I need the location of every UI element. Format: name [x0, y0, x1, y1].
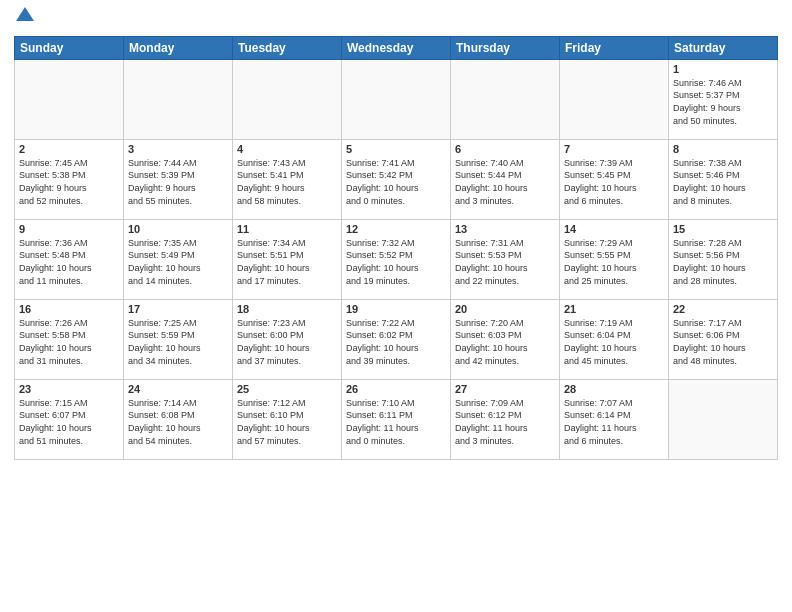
weekday-header-tuesday: Tuesday: [233, 36, 342, 59]
day-info: Sunrise: 7:28 AM Sunset: 5:56 PM Dayligh…: [673, 237, 773, 287]
day-cell: 2Sunrise: 7:45 AM Sunset: 5:38 PM Daylig…: [15, 139, 124, 219]
day-number: 18: [237, 303, 337, 315]
week-row-0: 1Sunrise: 7:46 AM Sunset: 5:37 PM Daylig…: [15, 59, 778, 139]
day-cell: 5Sunrise: 7:41 AM Sunset: 5:42 PM Daylig…: [342, 139, 451, 219]
page: SundayMondayTuesdayWednesdayThursdayFrid…: [0, 0, 792, 612]
day-number: 25: [237, 383, 337, 395]
day-cell: 22Sunrise: 7:17 AM Sunset: 6:06 PM Dayli…: [669, 299, 778, 379]
day-number: 8: [673, 143, 773, 155]
day-cell: 1Sunrise: 7:46 AM Sunset: 5:37 PM Daylig…: [669, 59, 778, 139]
day-number: 11: [237, 223, 337, 235]
day-info: Sunrise: 7:44 AM Sunset: 5:39 PM Dayligh…: [128, 157, 228, 207]
day-cell: 14Sunrise: 7:29 AM Sunset: 5:55 PM Dayli…: [560, 219, 669, 299]
weekday-header-saturday: Saturday: [669, 36, 778, 59]
day-info: Sunrise: 7:14 AM Sunset: 6:08 PM Dayligh…: [128, 397, 228, 447]
day-info: Sunrise: 7:32 AM Sunset: 5:52 PM Dayligh…: [346, 237, 446, 287]
day-info: Sunrise: 7:38 AM Sunset: 5:46 PM Dayligh…: [673, 157, 773, 207]
day-cell: 27Sunrise: 7:09 AM Sunset: 6:12 PM Dayli…: [451, 379, 560, 459]
week-row-3: 16Sunrise: 7:26 AM Sunset: 5:58 PM Dayli…: [15, 299, 778, 379]
day-cell: [560, 59, 669, 139]
day-number: 6: [455, 143, 555, 155]
day-cell: 4Sunrise: 7:43 AM Sunset: 5:41 PM Daylig…: [233, 139, 342, 219]
day-cell: 26Sunrise: 7:10 AM Sunset: 6:11 PM Dayli…: [342, 379, 451, 459]
day-cell: [124, 59, 233, 139]
day-info: Sunrise: 7:10 AM Sunset: 6:11 PM Dayligh…: [346, 397, 446, 447]
day-info: Sunrise: 7:15 AM Sunset: 6:07 PM Dayligh…: [19, 397, 119, 447]
logo-triangle-icon: [16, 7, 34, 25]
day-number: 20: [455, 303, 555, 315]
day-number: 14: [564, 223, 664, 235]
day-cell: 23Sunrise: 7:15 AM Sunset: 6:07 PM Dayli…: [15, 379, 124, 459]
weekday-header-sunday: Sunday: [15, 36, 124, 59]
day-info: Sunrise: 7:19 AM Sunset: 6:04 PM Dayligh…: [564, 317, 664, 367]
day-cell: 13Sunrise: 7:31 AM Sunset: 5:53 PM Dayli…: [451, 219, 560, 299]
weekday-header-monday: Monday: [124, 36, 233, 59]
day-number: 12: [346, 223, 446, 235]
day-cell: 16Sunrise: 7:26 AM Sunset: 5:58 PM Dayli…: [15, 299, 124, 379]
day-cell: 19Sunrise: 7:22 AM Sunset: 6:02 PM Dayli…: [342, 299, 451, 379]
day-info: Sunrise: 7:43 AM Sunset: 5:41 PM Dayligh…: [237, 157, 337, 207]
day-cell: 11Sunrise: 7:34 AM Sunset: 5:51 PM Dayli…: [233, 219, 342, 299]
day-number: 5: [346, 143, 446, 155]
day-info: Sunrise: 7:17 AM Sunset: 6:06 PM Dayligh…: [673, 317, 773, 367]
day-number: 2: [19, 143, 119, 155]
day-number: 19: [346, 303, 446, 315]
day-info: Sunrise: 7:34 AM Sunset: 5:51 PM Dayligh…: [237, 237, 337, 287]
day-info: Sunrise: 7:22 AM Sunset: 6:02 PM Dayligh…: [346, 317, 446, 367]
calendar: SundayMondayTuesdayWednesdayThursdayFrid…: [14, 36, 778, 460]
day-info: Sunrise: 7:26 AM Sunset: 5:58 PM Dayligh…: [19, 317, 119, 367]
day-info: Sunrise: 7:36 AM Sunset: 5:48 PM Dayligh…: [19, 237, 119, 287]
day-cell: [669, 379, 778, 459]
week-row-2: 9Sunrise: 7:36 AM Sunset: 5:48 PM Daylig…: [15, 219, 778, 299]
day-info: Sunrise: 7:41 AM Sunset: 5:42 PM Dayligh…: [346, 157, 446, 207]
day-cell: [451, 59, 560, 139]
weekday-header-wednesday: Wednesday: [342, 36, 451, 59]
day-cell: 3Sunrise: 7:44 AM Sunset: 5:39 PM Daylig…: [124, 139, 233, 219]
day-cell: 28Sunrise: 7:07 AM Sunset: 6:14 PM Dayli…: [560, 379, 669, 459]
day-cell: 7Sunrise: 7:39 AM Sunset: 5:45 PM Daylig…: [560, 139, 669, 219]
day-number: 1: [673, 63, 773, 75]
logo-text: [14, 10, 34, 30]
day-cell: 20Sunrise: 7:20 AM Sunset: 6:03 PM Dayli…: [451, 299, 560, 379]
day-number: 17: [128, 303, 228, 315]
day-info: Sunrise: 7:40 AM Sunset: 5:44 PM Dayligh…: [455, 157, 555, 207]
day-info: Sunrise: 7:20 AM Sunset: 6:03 PM Dayligh…: [455, 317, 555, 367]
day-number: 28: [564, 383, 664, 395]
day-number: 4: [237, 143, 337, 155]
day-info: Sunrise: 7:25 AM Sunset: 5:59 PM Dayligh…: [128, 317, 228, 367]
day-info: Sunrise: 7:46 AM Sunset: 5:37 PM Dayligh…: [673, 77, 773, 127]
logo: [14, 10, 34, 30]
day-number: 21: [564, 303, 664, 315]
day-cell: 9Sunrise: 7:36 AM Sunset: 5:48 PM Daylig…: [15, 219, 124, 299]
weekday-header-thursday: Thursday: [451, 36, 560, 59]
day-info: Sunrise: 7:23 AM Sunset: 6:00 PM Dayligh…: [237, 317, 337, 367]
weekday-header-friday: Friday: [560, 36, 669, 59]
weekday-header-row: SundayMondayTuesdayWednesdayThursdayFrid…: [15, 36, 778, 59]
day-cell: 10Sunrise: 7:35 AM Sunset: 5:49 PM Dayli…: [124, 219, 233, 299]
day-cell: 6Sunrise: 7:40 AM Sunset: 5:44 PM Daylig…: [451, 139, 560, 219]
day-cell: [233, 59, 342, 139]
day-number: 24: [128, 383, 228, 395]
day-cell: 17Sunrise: 7:25 AM Sunset: 5:59 PM Dayli…: [124, 299, 233, 379]
week-row-1: 2Sunrise: 7:45 AM Sunset: 5:38 PM Daylig…: [15, 139, 778, 219]
day-info: Sunrise: 7:35 AM Sunset: 5:49 PM Dayligh…: [128, 237, 228, 287]
day-cell: 12Sunrise: 7:32 AM Sunset: 5:52 PM Dayli…: [342, 219, 451, 299]
day-info: Sunrise: 7:31 AM Sunset: 5:53 PM Dayligh…: [455, 237, 555, 287]
svg-marker-0: [16, 7, 34, 21]
day-number: 23: [19, 383, 119, 395]
day-cell: 25Sunrise: 7:12 AM Sunset: 6:10 PM Dayli…: [233, 379, 342, 459]
day-info: Sunrise: 7:29 AM Sunset: 5:55 PM Dayligh…: [564, 237, 664, 287]
day-info: Sunrise: 7:07 AM Sunset: 6:14 PM Dayligh…: [564, 397, 664, 447]
day-cell: 18Sunrise: 7:23 AM Sunset: 6:00 PM Dayli…: [233, 299, 342, 379]
day-cell: 8Sunrise: 7:38 AM Sunset: 5:46 PM Daylig…: [669, 139, 778, 219]
day-info: Sunrise: 7:45 AM Sunset: 5:38 PM Dayligh…: [19, 157, 119, 207]
day-cell: 15Sunrise: 7:28 AM Sunset: 5:56 PM Dayli…: [669, 219, 778, 299]
day-cell: 21Sunrise: 7:19 AM Sunset: 6:04 PM Dayli…: [560, 299, 669, 379]
day-cell: [342, 59, 451, 139]
header: [14, 10, 778, 30]
day-number: 10: [128, 223, 228, 235]
day-cell: 24Sunrise: 7:14 AM Sunset: 6:08 PM Dayli…: [124, 379, 233, 459]
day-number: 27: [455, 383, 555, 395]
day-number: 22: [673, 303, 773, 315]
week-row-4: 23Sunrise: 7:15 AM Sunset: 6:07 PM Dayli…: [15, 379, 778, 459]
